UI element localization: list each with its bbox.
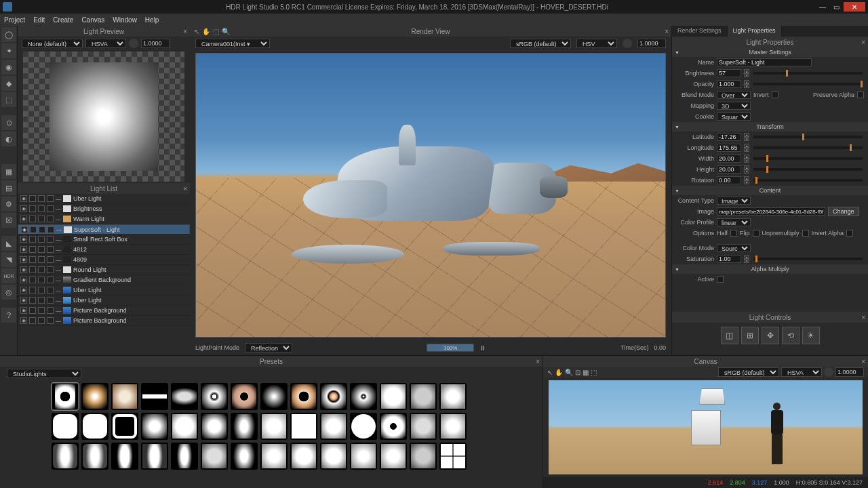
invert-checkbox[interactable]	[772, 92, 778, 98]
rotation-slider[interactable]	[753, 179, 863, 182]
opacity-slider[interactable]	[753, 83, 863, 85]
light-list-row[interactable]: ◉—Gradient Background	[18, 275, 190, 285]
light-control-button[interactable]: ✥	[762, 327, 779, 344]
preset-thumbnail[interactable]	[260, 383, 288, 410]
preview-mode-select[interactable]: None (default)	[22, 39, 83, 48]
render-viewport[interactable]	[195, 53, 666, 338]
zoom-icon[interactable]: 🔍	[565, 369, 573, 376]
preset-thumbnail[interactable]	[380, 443, 407, 470]
light-control-button[interactable]: ⟲	[782, 327, 800, 344]
tool-icon[interactable]: ◥	[1, 252, 16, 267]
menu-edit[interactable]: Edit	[33, 16, 45, 24]
render-space-select[interactable]: HSV	[576, 39, 617, 48]
preset-thumbnail[interactable]	[260, 413, 288, 440]
tool-icon[interactable]: ▦	[1, 164, 16, 179]
half-checkbox[interactable]	[730, 230, 737, 237]
change-button[interactable]: Change	[828, 207, 859, 216]
light-list-row[interactable]: ◉—4809	[18, 255, 190, 265]
preview-exposure-input[interactable]	[141, 39, 170, 48]
preset-thumbnail[interactable]	[171, 413, 198, 440]
rotation-input[interactable]	[717, 176, 741, 184]
close-icon[interactable]: ×	[665, 28, 669, 35]
light-list-row[interactable]: ◉—Uber Light	[18, 285, 190, 296]
active-checkbox[interactable]	[717, 276, 724, 283]
longitude-input[interactable]	[717, 144, 741, 152]
light-list-row[interactable]: ◉—Small Rect Soft Box	[18, 235, 190, 245]
section-master[interactable]: ▼Master Settings	[672, 47, 868, 57]
preset-category-select[interactable]: StudioLights	[7, 369, 81, 378]
preset-thumbnail[interactable]	[410, 413, 437, 440]
crop-icon[interactable]: ⬚	[213, 28, 219, 35]
preset-thumbnail[interactable]	[231, 443, 258, 470]
light-list-row[interactable]: ◉—Warm Light	[18, 214, 190, 224]
preset-thumbnail[interactable]	[141, 383, 168, 410]
tool-icon[interactable]: ⊙	[1, 115, 16, 130]
minimize-button[interactable]: —	[816, 2, 829, 12]
mapping-select[interactable]: 3D	[717, 102, 751, 110]
cursor-icon[interactable]: ↖	[547, 369, 553, 376]
cookie-select[interactable]: Square	[717, 113, 751, 121]
preset-thumbnail[interactable]	[320, 443, 347, 470]
preset-thumbnail[interactable]	[141, 413, 168, 440]
color-mode-select[interactable]: Source	[717, 244, 751, 252]
preset-thumbnail[interactable]	[290, 413, 317, 440]
tool-gear-icon[interactable]: ⚙	[1, 197, 16, 211]
light-list-row[interactable]: ◉—Uber Light	[18, 194, 190, 204]
preset-thumbnail[interactable]	[439, 443, 467, 470]
tool-icon[interactable]: ◐	[1, 131, 16, 146]
invert-alpha-checkbox[interactable]	[846, 230, 853, 237]
preset-thumbnail[interactable]	[111, 443, 138, 470]
lightpaint-mode-select[interactable]: Reflection	[245, 343, 292, 352]
light-list-row[interactable]: ◉—SuperSoft - Light	[18, 224, 190, 235]
gear-icon[interactable]	[824, 367, 833, 377]
close-icon[interactable]: ×	[861, 39, 865, 46]
opacity-input[interactable]	[717, 80, 741, 88]
preset-thumbnail[interactable]	[350, 383, 377, 410]
tool-icon[interactable]: ◎	[1, 285, 16, 300]
preset-thumbnail[interactable]	[260, 443, 288, 470]
light-control-button[interactable]: ⊞	[741, 327, 759, 344]
preset-thumbnail[interactable]	[201, 443, 228, 470]
tool-help-icon[interactable]: ?	[1, 308, 16, 323]
height-slider[interactable]	[753, 168, 863, 171]
close-icon[interactable]: ×	[536, 358, 540, 365]
menu-window[interactable]: Window	[113, 16, 137, 24]
preset-thumbnail[interactable]	[320, 413, 347, 440]
preset-thumbnail[interactable]	[52, 413, 79, 440]
canvas-exposure-input[interactable]	[835, 367, 864, 377]
close-icon[interactable]: ×	[861, 314, 865, 321]
preset-thumbnail[interactable]	[290, 443, 317, 470]
section-alpha[interactable]: ▼Alpha Multiply	[672, 264, 868, 274]
latitude-slider[interactable]	[753, 136, 863, 138]
gear-icon[interactable]	[623, 39, 632, 48]
close-icon[interactable]: ×	[183, 28, 187, 35]
tool-icon[interactable]: ⬚	[1, 92, 16, 107]
zoom-icon[interactable]: 🔍	[222, 28, 230, 35]
close-icon[interactable]: ×	[183, 185, 187, 192]
gear-icon[interactable]	[129, 39, 138, 48]
preset-thumbnail[interactable]	[439, 413, 467, 440]
light-list-row[interactable]: ◉—Round Light	[18, 265, 190, 275]
preset-thumbnail[interactable]	[52, 383, 79, 410]
menu-create[interactable]: Create	[53, 16, 73, 24]
fit-icon[interactable]: ⊡	[575, 369, 580, 376]
maximize-button[interactable]: ▭	[830, 2, 842, 12]
light-control-button[interactable]: ☀	[802, 327, 820, 344]
hand-icon[interactable]: ✋	[555, 369, 563, 376]
preset-thumbnail[interactable]	[410, 443, 437, 470]
preset-thumbnail[interactable]	[111, 413, 138, 440]
menu-help[interactable]: Help	[145, 16, 159, 24]
render-colorspace-select[interactable]: sRGB (default)	[510, 39, 571, 48]
light-control-button[interactable]: ◫	[721, 327, 738, 344]
hand-icon[interactable]: ✋	[202, 28, 210, 35]
pause-icon[interactable]: ⏸	[479, 344, 486, 352]
tool-icon[interactable]: ◉	[1, 60, 16, 75]
light-list-row[interactable]: ◉—Picture Background	[18, 306, 190, 316]
preset-thumbnail[interactable]	[81, 443, 108, 470]
close-button[interactable]: ✕	[844, 2, 865, 12]
preset-thumbnail[interactable]	[231, 413, 258, 440]
content-type-select[interactable]: Image	[717, 197, 751, 205]
preset-thumbnail[interactable]	[81, 383, 108, 410]
name-input[interactable]	[717, 58, 812, 66]
preset-thumbnail[interactable]	[171, 383, 198, 410]
